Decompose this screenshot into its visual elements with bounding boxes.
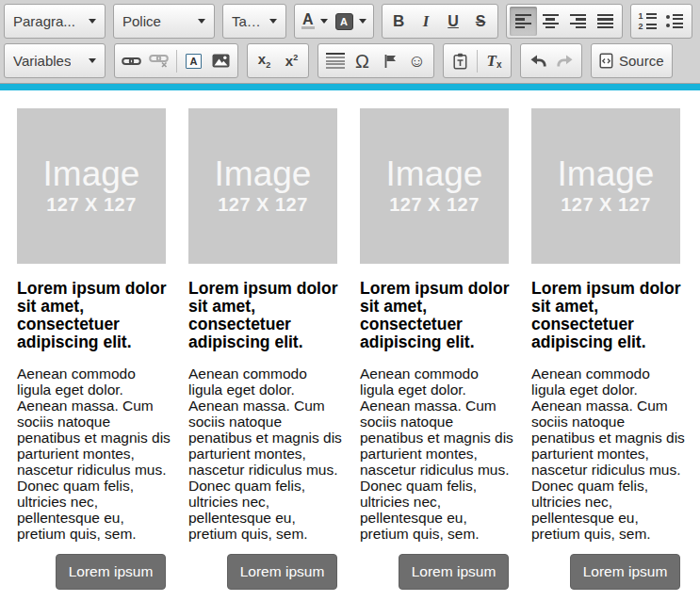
lorem-ipsum-button[interactable]: Lorem ipsum — [570, 554, 680, 590]
column-heading: Lorem ipsum dolor sit amet, consectetuer… — [17, 280, 171, 351]
undo-group — [520, 43, 582, 78]
underline-button[interactable]: U — [440, 7, 467, 36]
unlink-button[interactable] — [145, 46, 173, 75]
smiley-button[interactable]: ☺ — [403, 46, 431, 75]
column-body-text: Aenean commodo ligula eget dolor. Aenean… — [531, 365, 686, 542]
horizontal-rule-button[interactable] — [321, 46, 349, 75]
flag-icon — [383, 54, 397, 69]
color-group: A A — [294, 4, 374, 39]
image-placeholder-size: 127 X 127 — [389, 194, 480, 216]
numbered-list-button[interactable]: 1 2 — [634, 7, 661, 36]
chevron-down-icon — [89, 19, 96, 24]
variables-label: Variables — [13, 53, 71, 69]
placeholder-button[interactable]: A — [180, 46, 207, 75]
align-left-button[interactable] — [510, 7, 537, 36]
align-right-button[interactable] — [564, 7, 592, 36]
superscript-button[interactable]: x2 — [278, 46, 305, 75]
paste-text-button[interactable] — [447, 46, 474, 75]
source-icon — [599, 53, 613, 69]
numbered-list-icon: 1 2 — [638, 12, 657, 30]
background-color-button[interactable]: A — [332, 7, 370, 36]
subsup-group: x2 x2 — [247, 43, 309, 78]
content-column-4: Image 127 X 127 Lorem ipsum dolor sit am… — [531, 108, 686, 590]
image-button[interactable] — [207, 46, 235, 75]
source-button[interactable]: Source — [591, 43, 673, 78]
placeholder-icon: A — [186, 54, 203, 69]
size-label: Taille — [232, 13, 264, 29]
align-right-icon — [570, 14, 586, 29]
column-heading: Lorem ipsum dolor sit amet, consectetuer… — [531, 280, 686, 351]
alignment-group — [506, 4, 623, 39]
image-placeholder-label: Image — [558, 156, 655, 193]
strikethrough-button[interactable]: S — [467, 7, 495, 36]
italic-button[interactable]: I — [413, 7, 440, 36]
column-body-text: Aenean commodo ligula eget dolor. Aenean… — [17, 365, 171, 542]
image-placeholder-size: 127 X 127 — [561, 194, 651, 216]
subscript-button[interactable]: x2 — [251, 46, 278, 75]
align-center-icon — [543, 14, 559, 29]
source-label: Source — [619, 53, 664, 69]
justify-button[interactable] — [592, 7, 619, 36]
align-center-button[interactable] — [537, 7, 564, 36]
redo-icon — [557, 55, 574, 67]
link-button[interactable] — [118, 46, 145, 75]
lorem-ipsum-button[interactable]: Lorem ipsum — [227, 554, 337, 590]
image-placeholder[interactable]: Image 127 X 127 — [188, 108, 337, 264]
remove-format-icon: Tx — [487, 53, 502, 69]
remove-format-button[interactable]: Tx — [480, 46, 508, 75]
basic-styles-group: B I U S — [382, 4, 498, 39]
bulleted-list-icon — [666, 14, 683, 27]
image-placeholder-size: 127 X 127 — [46, 194, 137, 216]
underline-icon: U — [448, 13, 459, 30]
lorem-ipsum-button[interactable]: Lorem ipsum — [399, 554, 509, 590]
list-group: 1 2 — [630, 4, 692, 39]
redo-button[interactable] — [551, 46, 578, 75]
bulleted-list-button[interactable] — [661, 7, 689, 36]
paste-text-icon — [452, 53, 468, 70]
column-body-text: Aenean commodo ligula eget dolor. Aenean… — [360, 365, 514, 542]
content-column-1: Image 127 X 127 Lorem ipsum dolor sit am… — [17, 108, 171, 590]
lorem-ipsum-button[interactable]: Lorem ipsum — [56, 554, 166, 590]
image-placeholder[interactable]: Image 127 X 127 — [531, 108, 680, 264]
superscript-icon: x2 — [285, 54, 298, 68]
column-heading: Lorem ipsum dolor sit amet, consectetuer… — [360, 280, 514, 351]
image-placeholder-label: Image — [43, 156, 140, 193]
image-placeholder[interactable]: Image 127 X 127 — [360, 108, 509, 264]
paragraph-format-dropdown[interactable]: Paragra... — [4, 4, 106, 39]
chevron-down-icon — [269, 19, 277, 24]
bold-button[interactable]: B — [385, 7, 413, 36]
align-left-icon — [515, 14, 531, 29]
insert-group: Ω ☺ — [317, 43, 434, 78]
chevron-down-icon — [320, 19, 328, 24]
variables-dropdown[interactable]: Variables — [4, 43, 106, 78]
undo-icon — [529, 55, 546, 67]
column-body-text: Aenean commodo ligula eget dolor. Aenean… — [188, 365, 343, 542]
editor-content-area[interactable]: Image 127 X 127 Lorem ipsum dolor sit am… — [0, 90, 700, 590]
font-label: Police — [122, 13, 161, 29]
size-dropdown[interactable]: Taille — [222, 4, 286, 39]
horizontal-rule-icon — [326, 53, 345, 68]
text-color-icon: A — [301, 13, 315, 29]
anchor-button[interactable] — [376, 46, 403, 75]
toolbar-separator — [176, 50, 177, 73]
special-char-button[interactable]: Ω — [349, 46, 376, 75]
undo-button[interactable] — [524, 46, 551, 75]
link-group: A — [114, 43, 238, 78]
content-column-2: Image 127 X 127 Lorem ipsum dolor sit am… — [188, 108, 343, 590]
chevron-down-icon — [89, 58, 96, 63]
content-column-3: Image 127 X 127 Lorem ipsum dolor sit am… — [360, 108, 514, 590]
link-icon — [122, 56, 141, 67]
smiley-icon: ☺ — [408, 52, 426, 70]
image-placeholder-label: Image — [386, 156, 483, 193]
font-dropdown[interactable]: Police — [113, 4, 215, 39]
strikethrough-icon: S — [476, 13, 486, 30]
text-color-button[interactable]: A — [298, 7, 332, 36]
chevron-down-icon — [359, 19, 366, 24]
justify-icon — [597, 14, 613, 29]
image-placeholder[interactable]: Image 127 X 127 — [17, 108, 166, 264]
italic-icon: I — [423, 12, 430, 31]
bold-icon: B — [393, 12, 404, 31]
column-heading: Lorem ipsum dolor sit amet, consectetuer… — [188, 280, 343, 351]
background-color-icon: A — [335, 13, 353, 30]
toolbar-separator — [477, 50, 478, 73]
